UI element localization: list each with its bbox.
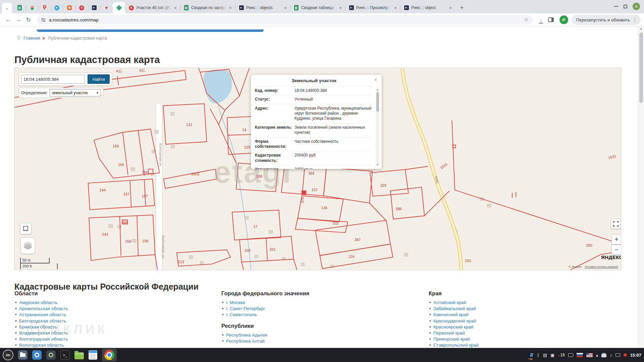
tab-close-icon[interactable]: × bbox=[228, 5, 233, 10]
profile-avatar[interactable]: P bbox=[559, 15, 568, 24]
region-link[interactable]: Амурская область bbox=[19, 300, 202, 306]
layers-button[interactable] bbox=[20, 237, 35, 254]
dock-app-files[interactable] bbox=[18, 350, 28, 360]
browser-tab[interactable]: Р:Риес :: object× bbox=[400, 2, 455, 13]
pinned-tab[interactable] bbox=[63, 2, 75, 13]
notes-icon[interactable]: ▣ bbox=[550, 353, 554, 357]
monitor-icon[interactable] bbox=[568, 353, 573, 357]
terms-link[interactable]: Условия использования bbox=[585, 265, 618, 268]
restore-button[interactable] bbox=[624, 5, 627, 8]
caret-up-icon[interactable]: ▴ bbox=[596, 353, 598, 357]
forward-button[interactable]: → bbox=[13, 15, 23, 25]
breadcrumb-home-link[interactable]: Главная bbox=[23, 36, 40, 41]
tab-close-icon[interactable]: × bbox=[173, 5, 178, 10]
fullscreen-button[interactable] bbox=[611, 219, 621, 229]
scroll-thumb[interactable] bbox=[639, 33, 643, 103]
zoom-in-button[interactable]: + bbox=[611, 234, 621, 244]
menu-button[interactable]: lm bbox=[3, 350, 13, 360]
region-link[interactable]: Краснодарский край bbox=[433, 318, 616, 324]
printer-icon[interactable] bbox=[601, 354, 606, 357]
site-settings-icon[interactable] bbox=[41, 17, 46, 22]
region-link[interactable]: Забайкальский край bbox=[433, 306, 616, 312]
scroll-up-icon[interactable]: ▲ bbox=[376, 88, 379, 91]
address-bar[interactable]: a.roscadastres.com/map ☆ bbox=[37, 15, 533, 24]
scroll-up-icon[interactable]: ▲ bbox=[638, 27, 644, 30]
dock-app-photos[interactable] bbox=[32, 350, 42, 360]
record-icon[interactable] bbox=[624, 353, 627, 357]
pinned-tab[interactable] bbox=[113, 2, 125, 13]
popup-scrollbar[interactable]: ▲ ▼ bbox=[376, 88, 379, 166]
region-link[interactable]: Камчатский край bbox=[433, 312, 616, 318]
dock-app-editor[interactable] bbox=[89, 350, 97, 360]
side-panel-button[interactable] bbox=[546, 15, 556, 25]
scroll-thumb[interactable] bbox=[376, 92, 379, 112]
relaunch-update-button[interactable]: Перезапустить и обновить ⋮ bbox=[572, 15, 641, 25]
system-tray: ⇵730ᛒ▤▣↓18▴♪ bbox=[530, 353, 628, 357]
back-button[interactable]: ← bbox=[3, 15, 13, 25]
music-icon[interactable]: ♪ bbox=[610, 353, 612, 357]
region-link[interactable]: г. Москва bbox=[226, 300, 409, 306]
pinned-tab[interactable]: 9 bbox=[75, 2, 88, 13]
region-link[interactable]: Пермский край bbox=[433, 330, 616, 336]
region-link[interactable]: Астраханская область bbox=[19, 312, 202, 318]
network-icon[interactable]: ⇵730 bbox=[530, 353, 534, 357]
browser-tab[interactable]: Сводная по застройщи× bbox=[180, 2, 235, 13]
page-scrollbar[interactable]: ▲ bbox=[638, 26, 644, 348]
bookmark-star-icon[interactable]: ☆ bbox=[524, 17, 528, 23]
region-link[interactable]: Алтайский край bbox=[433, 300, 616, 306]
region-link[interactable]: Ставропольский край bbox=[433, 342, 616, 348]
browser-tab[interactable]: Р:Риес :: objects× bbox=[235, 2, 290, 13]
pinned-tab[interactable] bbox=[38, 2, 51, 13]
find-button[interactable]: Найти bbox=[88, 74, 110, 84]
pinned-tab[interactable] bbox=[51, 2, 63, 13]
tab-close-icon[interactable]: × bbox=[448, 5, 453, 10]
cadastral-number-input[interactable] bbox=[21, 75, 85, 84]
pinned-tab[interactable] bbox=[13, 2, 26, 13]
browser-tab[interactable]: Сводная таблица - мон× bbox=[290, 2, 345, 13]
popup-close-icon[interactable]: × bbox=[373, 77, 378, 82]
dock-app-chrome[interactable] bbox=[102, 349, 117, 361]
region-link[interactable]: Приморский край bbox=[433, 336, 616, 342]
counter-indicator[interactable]: ↓18 bbox=[558, 353, 565, 357]
downloads-button[interactable]: ↓ bbox=[536, 15, 546, 25]
tab-close-icon[interactable]: × bbox=[283, 5, 288, 10]
scroll-down-icon[interactable]: ▼ bbox=[376, 164, 379, 166]
zoom-out-button[interactable]: − bbox=[611, 245, 621, 255]
cadastral-map[interactable]: etagi 4114111311412915615615610360224415… bbox=[14, 68, 621, 270]
region-link[interactable]: Республика Адыгея bbox=[226, 332, 409, 338]
tab-close-icon[interactable]: × bbox=[393, 5, 398, 10]
dock-app-terminal[interactable]: >_ bbox=[60, 350, 70, 360]
screen-icon[interactable] bbox=[615, 353, 620, 357]
dock-app-camera[interactable] bbox=[46, 350, 56, 360]
menu-kebab-icon[interactable]: ⋮ bbox=[633, 17, 637, 22]
dock-app-folder[interactable] bbox=[74, 352, 84, 359]
reload-button[interactable]: ↻ bbox=[23, 15, 34, 25]
pinned-tab[interactable]: ♥ bbox=[100, 2, 113, 13]
region-link[interactable]: Республика Алтай bbox=[226, 338, 409, 344]
region-link[interactable]: г. Севастополь bbox=[226, 312, 409, 318]
pinned-tab[interactable] bbox=[26, 2, 38, 13]
clipboard-icon[interactable]: ▤ bbox=[543, 353, 547, 357]
yandex-logo[interactable]: ЯНДЕКС bbox=[601, 254, 621, 260]
bluetooth-icon[interactable]: ᛒ bbox=[537, 353, 540, 357]
ries-icon: Р: bbox=[349, 5, 354, 10]
tab-close-icon[interactable]: × bbox=[338, 5, 343, 10]
browser-tab[interactable]: Р:Риес :: Просмотр новос× bbox=[345, 2, 400, 13]
region-link[interactable]: Вологодская область bbox=[19, 342, 202, 348]
tab-search-button[interactable]: ⌄ bbox=[2, 3, 12, 13]
flag-us-icon[interactable] bbox=[586, 353, 593, 357]
region-link[interactable]: Архангельская область bbox=[19, 306, 202, 312]
region-link[interactable]: Красноярский край bbox=[433, 324, 616, 330]
close-button[interactable]: ✕ bbox=[633, 3, 640, 10]
new-tab-button[interactable]: + bbox=[457, 3, 467, 12]
browser-tab[interactable]: 9Участок 45 сот. (ИЖС) н× bbox=[125, 2, 180, 13]
url-text[interactable]: a.roscadastres.com/map bbox=[49, 17, 521, 22]
measure-tool-button[interactable] bbox=[20, 223, 32, 234]
flag-ru-icon[interactable] bbox=[577, 353, 583, 357]
object-type-select[interactable]: земельный участок ▼ bbox=[50, 89, 101, 97]
popup-title: Земельный участок bbox=[255, 75, 373, 86]
minimize-button[interactable] bbox=[614, 6, 618, 7]
pinned-tab[interactable]: Р: bbox=[88, 2, 100, 13]
region-link[interactable]: г. Санкт-Петербург bbox=[226, 306, 409, 312]
region-link[interactable]: Волгоградская область bbox=[19, 336, 202, 342]
